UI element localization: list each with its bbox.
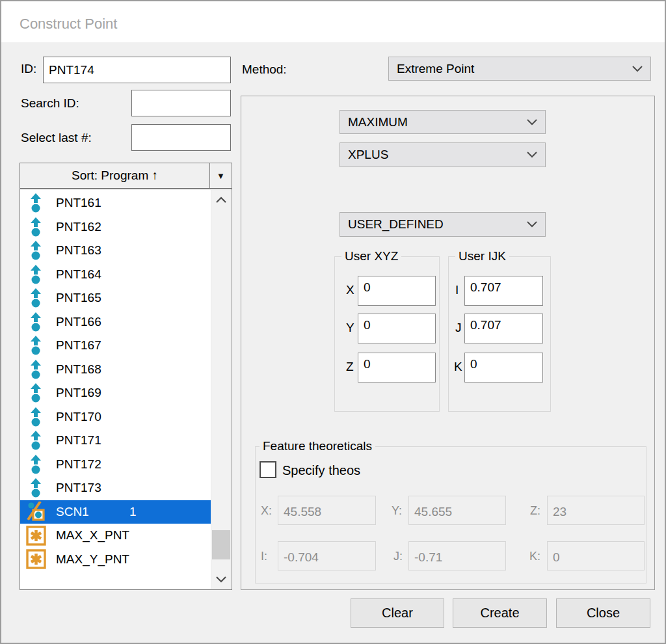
user-z-input[interactable]	[358, 353, 436, 382]
point-icon	[25, 193, 47, 213]
list-item-label: MAX_Y_PNT	[56, 552, 129, 567]
sort-label: Sort: Program ↑	[20, 168, 209, 183]
theo-j-field	[408, 541, 506, 570]
point-icon	[25, 288, 47, 308]
list-item[interactable]: PNT166	[20, 310, 213, 334]
list-item[interactable]: PNT167	[20, 334, 213, 358]
id-input[interactable]	[43, 57, 231, 83]
list-item[interactable]: PNT165	[20, 286, 213, 310]
specify-theos-label: Specify theos	[282, 463, 360, 478]
workplane-value: USER_DEFINED	[348, 217, 444, 232]
user-xyz-title: User XYZ	[341, 249, 401, 263]
list-item[interactable]: PNT170	[20, 405, 213, 429]
theo-k-field	[547, 541, 645, 570]
user-k-input[interactable]	[464, 353, 543, 382]
dropdown-arrow-icon: ▼	[217, 171, 225, 181]
chevron-down-icon	[527, 152, 537, 158]
scrollbar-thumb[interactable]	[212, 530, 230, 559]
workplane-combobox[interactable]: USER_DEFINED	[340, 212, 546, 237]
list-item-label: PNT163	[56, 243, 101, 258]
construct-point-icon	[25, 549, 47, 569]
list-item[interactable]: PNT171	[20, 429, 213, 453]
list-item-selected[interactable]: SCN1 1	[20, 500, 213, 524]
chevron-down-icon	[215, 576, 227, 583]
point-icon	[25, 478, 47, 498]
theo-x-label: X:	[261, 504, 272, 518]
construct-point-dialog: Construct Point ID: Search ID: Select la…	[0, 0, 666, 644]
list-item[interactable]: PNT161	[20, 191, 213, 215]
select-last-label: Select last #:	[21, 131, 92, 145]
list-item-label: MAX_X_PNT	[56, 528, 129, 543]
list-item[interactable]: PNT169	[20, 381, 213, 405]
list-item-label: PNT171	[56, 433, 101, 448]
chevron-down-icon	[632, 66, 643, 72]
id-label: ID:	[21, 62, 36, 76]
create-button[interactable]: Create	[453, 598, 547, 628]
theo-x-field	[278, 496, 376, 525]
clear-button[interactable]: Clear	[351, 598, 444, 628]
point-icon	[25, 217, 47, 237]
list-item[interactable]: PNT172	[20, 453, 213, 477]
list-item-label: PNT170	[56, 410, 101, 424]
search-id-input[interactable]	[131, 90, 231, 116]
scroll-up-button[interactable]	[211, 190, 231, 209]
list-item[interactable]: PNT164	[20, 263, 213, 287]
sort-header[interactable]: Sort: Program ↑ ▼	[20, 163, 232, 189]
theo-y-field	[408, 496, 506, 525]
method-label: Method:	[242, 62, 287, 77]
specify-theos-checkbox[interactable]	[260, 461, 276, 478]
point-icon	[25, 431, 47, 450]
list-item[interactable]: PNT162	[20, 215, 213, 239]
theo-z-label: Z:	[530, 504, 540, 518]
feature-list: PNT161 PNT162 PNT163 PNT164 PNT165 PNT16…	[20, 189, 232, 590]
list-item-label: PNT165	[56, 291, 101, 305]
list-item-label: PNT172	[56, 457, 101, 472]
point-icon	[25, 455, 47, 474]
dialog-title: Construct Point	[20, 16, 117, 33]
theo-z-field	[547, 496, 645, 525]
user-j-input[interactable]	[464, 314, 543, 343]
chevron-up-icon	[215, 196, 227, 204]
point-icon	[25, 360, 47, 379]
j-label: J	[455, 321, 462, 335]
list-item-label: PNT167	[56, 338, 101, 353]
list-item[interactable]: PNT173	[20, 476, 213, 500]
close-button[interactable]: Close	[556, 598, 650, 628]
y-label: Y	[346, 321, 354, 335]
scan-icon	[25, 502, 47, 522]
point-icon	[25, 407, 47, 427]
list-item[interactable]: MAX_X_PNT	[20, 524, 213, 548]
chevron-down-icon	[527, 119, 537, 126]
select-last-input[interactable]	[131, 124, 231, 151]
list-scrollbar[interactable]	[211, 190, 231, 589]
list-item[interactable]: PNT163	[20, 239, 213, 263]
extremum-value: MAXIMUM	[348, 115, 408, 129]
user-x-input[interactable]	[358, 276, 436, 306]
scroll-down-button[interactable]	[211, 569, 231, 589]
point-icon	[25, 336, 47, 355]
list-item-label: SCN1	[56, 505, 89, 519]
point-icon	[25, 265, 47, 284]
user-ijk-title: User IJK	[455, 249, 509, 263]
theo-i-field	[278, 541, 376, 570]
list-item-label: PNT169	[56, 386, 101, 400]
list-item-label: PNT162	[56, 220, 101, 234]
theo-k-label: K:	[529, 550, 540, 563]
sort-dropdown-button[interactable]: ▼	[210, 163, 232, 188]
construct-point-icon	[25, 526, 47, 546]
list-item[interactable]: PNT168	[20, 358, 213, 382]
direction-combobox[interactable]: XPLUS	[340, 142, 546, 167]
user-y-input[interactable]	[358, 314, 436, 343]
list-item-label: PNT168	[56, 362, 101, 377]
point-icon	[25, 241, 47, 260]
x-label: X	[346, 283, 354, 297]
theo-y-label: Y:	[392, 504, 402, 518]
user-i-input[interactable]	[464, 276, 543, 306]
list-item[interactable]: MAX_Y_PNT	[20, 548, 213, 572]
list-item-label: PNT164	[56, 267, 101, 282]
list-item-count: 1	[129, 505, 137, 519]
method-combobox[interactable]: Extreme Point	[388, 57, 651, 81]
search-id-label: Search ID:	[21, 96, 79, 111]
extremum-combobox[interactable]: MAXIMUM	[340, 110, 546, 134]
method-value: Extreme Point	[397, 62, 474, 76]
